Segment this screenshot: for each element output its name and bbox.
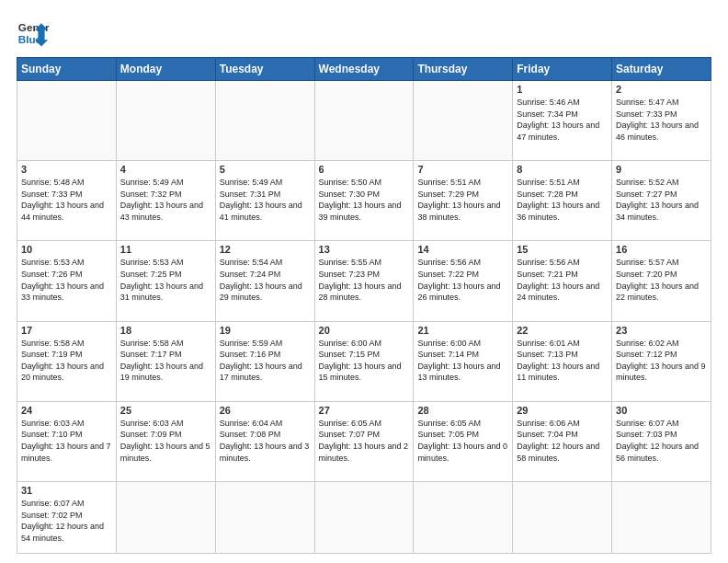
cell-info: Sunrise: 5:53 AM Sunset: 7:25 PM Dayligh… [120,257,211,303]
cell-info: Sunrise: 5:48 AM Sunset: 7:33 PM Dayligh… [21,177,112,223]
calendar-cell: 26Sunrise: 6:04 AM Sunset: 7:08 PM Dayli… [215,401,314,481]
logo: General Blue [17,17,50,50]
day-number: 24 [21,405,112,416]
cell-info: Sunrise: 5:58 AM Sunset: 7:19 PM Dayligh… [21,338,112,384]
calendar-row-5: 31Sunrise: 6:07 AM Sunset: 7:02 PM Dayli… [17,482,711,554]
day-number: 11 [120,244,211,255]
day-number: 28 [417,405,508,416]
calendar-cell: 19Sunrise: 5:59 AM Sunset: 7:16 PM Dayli… [215,321,314,401]
day-number: 15 [517,244,608,255]
cell-info: Sunrise: 6:03 AM Sunset: 7:10 PM Dayligh… [21,418,112,464]
cell-info: Sunrise: 6:05 AM Sunset: 7:07 PM Dayligh… [319,418,410,464]
day-number: 6 [319,164,410,175]
calendar-cell: 24Sunrise: 6:03 AM Sunset: 7:10 PM Dayli… [17,401,117,481]
logo-icon: General Blue [17,17,50,50]
cell-info: Sunrise: 5:58 AM Sunset: 7:17 PM Dayligh… [120,338,211,384]
day-number: 22 [517,325,608,336]
day-number: 20 [319,325,410,336]
cell-info: Sunrise: 5:56 AM Sunset: 7:21 PM Dayligh… [517,257,608,303]
header: General Blue [17,17,711,50]
day-number: 13 [319,244,410,255]
calendar-cell: 1Sunrise: 5:46 AM Sunset: 7:34 PM Daylig… [513,81,612,161]
calendar-cell [215,81,314,161]
cell-info: Sunrise: 5:49 AM Sunset: 7:31 PM Dayligh… [220,177,311,223]
calendar-cell: 3Sunrise: 5:48 AM Sunset: 7:33 PM Daylig… [17,161,117,241]
calendar-cell: 10Sunrise: 5:53 AM Sunset: 7:26 PM Dayli… [17,241,117,321]
day-number: 8 [517,164,608,175]
day-number: 25 [120,405,211,416]
cell-info: Sunrise: 5:49 AM Sunset: 7:32 PM Dayligh… [120,177,211,223]
page: General Blue SundayMondayTuesdayWednesda… [0,0,728,563]
calendar-cell: 22Sunrise: 6:01 AM Sunset: 7:13 PM Dayli… [513,321,612,401]
calendar-cell [314,482,414,554]
day-number: 2 [616,84,707,95]
weekday-header-friday: Friday [513,58,612,81]
calendar-cell: 23Sunrise: 6:02 AM Sunset: 7:12 PM Dayli… [612,321,711,401]
cell-info: Sunrise: 5:51 AM Sunset: 7:28 PM Dayligh… [517,177,608,223]
cell-info: Sunrise: 6:07 AM Sunset: 7:02 PM Dayligh… [21,498,112,544]
calendar-cell: 15Sunrise: 5:56 AM Sunset: 7:21 PM Dayli… [513,241,612,321]
cell-info: Sunrise: 6:00 AM Sunset: 7:14 PM Dayligh… [417,338,508,384]
calendar-cell: 4Sunrise: 5:49 AM Sunset: 7:32 PM Daylig… [116,161,215,241]
calendar-cell: 2Sunrise: 5:47 AM Sunset: 7:33 PM Daylig… [612,81,711,161]
cell-info: Sunrise: 6:06 AM Sunset: 7:04 PM Dayligh… [517,418,608,464]
cell-info: Sunrise: 6:00 AM Sunset: 7:15 PM Dayligh… [319,338,410,384]
day-number: 7 [417,164,508,175]
cell-info: Sunrise: 5:54 AM Sunset: 7:24 PM Dayligh… [220,257,311,303]
calendar-cell: 16Sunrise: 5:57 AM Sunset: 7:20 PM Dayli… [612,241,711,321]
cell-info: Sunrise: 5:56 AM Sunset: 7:22 PM Dayligh… [417,257,508,303]
day-number: 12 [220,244,311,255]
calendar-cell: 7Sunrise: 5:51 AM Sunset: 7:29 PM Daylig… [414,161,513,241]
day-number: 29 [517,405,608,416]
calendar-cell: 31Sunrise: 6:07 AM Sunset: 7:02 PM Dayli… [17,482,117,554]
cell-info: Sunrise: 6:04 AM Sunset: 7:08 PM Dayligh… [220,418,311,464]
cell-info: Sunrise: 5:53 AM Sunset: 7:26 PM Dayligh… [21,257,112,303]
weekday-header-thursday: Thursday [414,58,513,81]
cell-info: Sunrise: 5:57 AM Sunset: 7:20 PM Dayligh… [616,257,707,303]
day-number: 5 [220,164,311,175]
calendar-cell: 5Sunrise: 5:49 AM Sunset: 7:31 PM Daylig… [215,161,314,241]
calendar-row-0: 1Sunrise: 5:46 AM Sunset: 7:34 PM Daylig… [17,81,711,161]
calendar-cell: 14Sunrise: 5:56 AM Sunset: 7:22 PM Dayli… [414,241,513,321]
cell-info: Sunrise: 5:55 AM Sunset: 7:23 PM Dayligh… [319,257,410,303]
day-number: 9 [616,164,707,175]
cell-info: Sunrise: 5:46 AM Sunset: 7:34 PM Dayligh… [517,97,608,143]
calendar-cell [17,81,117,161]
calendar-cell: 27Sunrise: 6:05 AM Sunset: 7:07 PM Dayli… [314,401,414,481]
weekday-header-sunday: Sunday [17,58,117,81]
weekday-header-wednesday: Wednesday [314,58,414,81]
day-number: 31 [21,485,112,496]
cell-info: Sunrise: 5:50 AM Sunset: 7:30 PM Dayligh… [319,177,410,223]
cell-info: Sunrise: 6:03 AM Sunset: 7:09 PM Dayligh… [120,418,211,464]
calendar-table: SundayMondayTuesdayWednesdayThursdayFrid… [17,57,711,554]
calendar-cell [414,81,513,161]
weekday-header-saturday: Saturday [612,58,711,81]
cell-info: Sunrise: 6:07 AM Sunset: 7:03 PM Dayligh… [616,418,707,464]
day-number: 14 [417,244,508,255]
calendar-cell: 13Sunrise: 5:55 AM Sunset: 7:23 PM Dayli… [314,241,414,321]
day-number: 26 [220,405,311,416]
day-number: 10 [21,244,112,255]
day-number: 23 [616,325,707,336]
cell-info: Sunrise: 6:02 AM Sunset: 7:12 PM Dayligh… [616,338,707,384]
calendar-cell: 17Sunrise: 5:58 AM Sunset: 7:19 PM Dayli… [17,321,117,401]
calendar-row-2: 10Sunrise: 5:53 AM Sunset: 7:26 PM Dayli… [17,241,711,321]
calendar-cell [116,482,215,554]
calendar-cell: 6Sunrise: 5:50 AM Sunset: 7:30 PM Daylig… [314,161,414,241]
cell-info: Sunrise: 6:01 AM Sunset: 7:13 PM Dayligh… [517,338,608,384]
day-number: 21 [417,325,508,336]
calendar-row-1: 3Sunrise: 5:48 AM Sunset: 7:33 PM Daylig… [17,161,711,241]
calendar-cell [314,81,414,161]
day-number: 17 [21,325,112,336]
calendar-cell [414,482,513,554]
calendar-cell: 11Sunrise: 5:53 AM Sunset: 7:25 PM Dayli… [116,241,215,321]
cell-info: Sunrise: 5:52 AM Sunset: 7:27 PM Dayligh… [616,177,707,223]
cell-info: Sunrise: 5:51 AM Sunset: 7:29 PM Dayligh… [417,177,508,223]
day-number: 1 [517,84,608,95]
day-number: 16 [616,244,707,255]
calendar-cell: 8Sunrise: 5:51 AM Sunset: 7:28 PM Daylig… [513,161,612,241]
calendar-cell: 12Sunrise: 5:54 AM Sunset: 7:24 PM Dayli… [215,241,314,321]
calendar-cell: 29Sunrise: 6:06 AM Sunset: 7:04 PM Dayli… [513,401,612,481]
day-number: 4 [120,164,211,175]
calendar-cell [116,81,215,161]
